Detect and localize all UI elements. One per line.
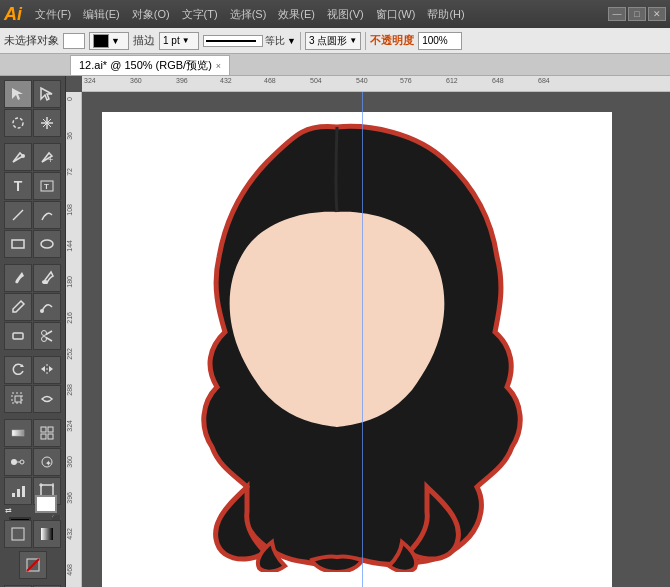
guide-line <box>362 92 363 587</box>
svg-rect-16 <box>13 333 23 339</box>
svg-point-7 <box>21 154 25 158</box>
line-tool[interactable] <box>4 201 32 229</box>
svg-marker-1 <box>41 88 52 100</box>
stroke-dropdown[interactable]: ▼ <box>89 32 129 50</box>
tab-close-button[interactable]: × <box>216 61 221 71</box>
svg-line-48 <box>27 559 39 571</box>
warp-tool[interactable] <box>33 385 61 413</box>
pen-tool[interactable] <box>4 143 32 171</box>
fill-swatch[interactable] <box>63 33 85 49</box>
svg-text:T: T <box>44 182 49 191</box>
gradient-fill-button[interactable] <box>33 520 61 548</box>
tab-bar: 12.ai* @ 150% (RGB/预览) × <box>0 54 670 76</box>
smooth-tool[interactable] <box>33 293 61 321</box>
svg-point-15 <box>40 309 44 313</box>
maximize-button[interactable]: □ <box>628 7 646 21</box>
blend-tool[interactable] <box>4 448 32 476</box>
svg-text:+: + <box>48 155 53 165</box>
rect-tool[interactable] <box>4 230 32 258</box>
title-bar: Ai 文件(F) 编辑(E) 对象(O) 文字(T) 选择(S) 效果(E) 视… <box>0 0 670 28</box>
svg-rect-27 <box>12 430 24 436</box>
svg-rect-31 <box>48 434 53 439</box>
ruler-top: 324 360 396 432 468 504 540 576 612 648 … <box>82 76 670 92</box>
svg-rect-38 <box>17 489 20 497</box>
eraser-tool[interactable] <box>4 322 32 350</box>
canvas-area: 324 360 396 432 468 504 540 576 612 648 … <box>66 76 670 587</box>
type-tool[interactable]: T <box>4 172 32 200</box>
no-fill-button[interactable] <box>19 551 47 579</box>
svg-point-18 <box>42 337 47 342</box>
svg-point-17 <box>42 331 47 336</box>
svg-point-33 <box>20 460 24 464</box>
menu-edit[interactable]: 编辑(E) <box>78 5 125 24</box>
menu-select[interactable]: 选择(S) <box>225 5 272 24</box>
shape-dropdown[interactable]: 3 点圆形 ▼ <box>305 32 361 50</box>
gradient-tool[interactable] <box>4 419 32 447</box>
menu-object[interactable]: 对象(O) <box>127 5 175 24</box>
app-logo: Ai <box>4 4 22 25</box>
close-button[interactable]: ✕ <box>648 7 666 21</box>
menu-type[interactable]: 文字(T) <box>177 5 223 24</box>
area-type-tool[interactable]: T <box>33 172 61 200</box>
paintbrush-tool[interactable] <box>4 264 32 292</box>
fill-button[interactable] <box>4 520 32 548</box>
minimize-button[interactable]: — <box>608 7 626 21</box>
blob-brush-tool[interactable] <box>33 264 61 292</box>
svg-rect-29 <box>48 427 53 432</box>
rotate-tool[interactable] <box>4 356 32 384</box>
opacity-label: 不透明度 <box>370 33 414 48</box>
background-color-swatch[interactable] <box>35 495 57 513</box>
menu-file[interactable]: 文件(F) <box>30 5 76 24</box>
direct-select-tool[interactable] <box>33 80 61 108</box>
svg-rect-37 <box>12 493 15 497</box>
stroke-width-dropdown[interactable]: 1 pt ▼ <box>159 32 199 50</box>
main-area: + T T <box>0 76 670 587</box>
tab-name: 12.ai* @ 150% (RGB/预览) <box>79 58 212 73</box>
reflect-tool[interactable] <box>33 356 61 384</box>
swap-colors-icon[interactable]: ⇄ <box>5 506 12 515</box>
ellipse-tool[interactable] <box>33 230 61 258</box>
magic-wand-tool[interactable] <box>33 109 61 137</box>
symbol-tool[interactable]: ✦ <box>33 448 61 476</box>
arc-tool[interactable] <box>33 201 61 229</box>
svg-marker-23 <box>41 366 45 372</box>
toolbox: + T T <box>0 76 66 587</box>
document-tab[interactable]: 12.ai* @ 150% (RGB/预览) × <box>70 55 230 75</box>
add-anchor-tool[interactable]: + <box>33 143 61 171</box>
ruler-left: 0 36 72 108 144 180 216 252 288 324 360 … <box>66 92 82 587</box>
opacity-input[interactable] <box>418 32 462 50</box>
mesh-tool[interactable] <box>33 419 61 447</box>
selection-label: 未选择对象 <box>4 33 59 48</box>
select-tool[interactable] <box>4 80 32 108</box>
svg-rect-39 <box>22 486 25 497</box>
artwork[interactable] <box>137 112 537 572</box>
svg-rect-12 <box>12 240 24 248</box>
svg-rect-30 <box>41 434 46 439</box>
menu-window[interactable]: 窗口(W) <box>371 5 421 24</box>
eq-sign: 等比 <box>265 34 285 48</box>
svg-rect-45 <box>12 528 24 540</box>
options-bar: 未选择对象 ▼ 描边 1 pt ▼ 等比 ▼ 3 点圆形 ▼ 不透明度 <box>0 28 670 54</box>
svg-point-32 <box>11 459 17 465</box>
svg-point-14 <box>42 280 48 284</box>
svg-rect-46 <box>41 528 53 540</box>
svg-rect-28 <box>41 427 46 432</box>
menu-help[interactable]: 帮助(H) <box>422 5 469 24</box>
menu-effect[interactable]: 效果(E) <box>273 5 320 24</box>
svg-rect-25 <box>15 396 21 402</box>
menu-bar: 文件(F) 编辑(E) 对象(O) 文字(T) 选择(S) 效果(E) 视图(V… <box>30 5 470 24</box>
menu-view[interactable]: 视图(V) <box>322 5 369 24</box>
svg-line-11 <box>13 210 23 220</box>
svg-point-13 <box>41 240 53 248</box>
stroke-label: 描边 <box>133 33 155 48</box>
canvas-container <box>82 92 670 587</box>
scissors-tool[interactable] <box>33 322 61 350</box>
chart-tool[interactable] <box>4 477 32 505</box>
window-controls: — □ ✕ <box>608 7 666 21</box>
pencil-tool[interactable] <box>4 293 32 321</box>
lasso-tool[interactable] <box>4 109 32 137</box>
svg-marker-24 <box>49 366 53 372</box>
scale-tool[interactable] <box>4 385 32 413</box>
svg-text:✦: ✦ <box>45 459 52 468</box>
svg-marker-0 <box>12 88 23 100</box>
